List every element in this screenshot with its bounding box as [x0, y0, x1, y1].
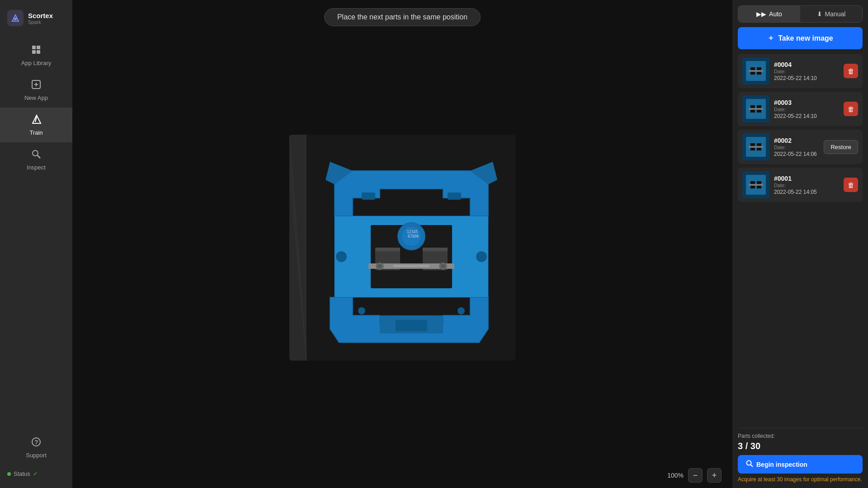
entry-info-0001: #0001 Date: 2022-05-22 14:05 [774, 175, 839, 195]
sidebar-item-inspect[interactable]: Inspect [0, 142, 72, 177]
zoom-out-button[interactable]: − [688, 468, 703, 483]
entry-date-0004: 2022-05-22 14:10 [774, 75, 839, 81]
bottom-section: Parts collected: 3 / 30 Begin inspection… [738, 428, 863, 483]
restore-label-0002: Restore [830, 144, 851, 150]
restore-button-0002[interactable]: Restore [824, 140, 858, 154]
sidebar-item-new-app-label: New App [24, 94, 48, 101]
acquire-hint: Acquire at least 30 images for optimal p… [738, 476, 863, 483]
part-image: 12345 67890 [289, 135, 515, 361]
manual-icon: ⬇ [817, 10, 822, 18]
entry-date-label-0004: Date: [774, 69, 839, 74]
delete-icon-0001: 🗑 [848, 181, 854, 189]
take-image-icon: ＋ [767, 33, 774, 43]
sidebar-nav: App Library New App Train [0, 38, 72, 177]
parts-count: 3 / 30 [738, 441, 863, 451]
entry-date-label-0001: Date: [774, 183, 839, 188]
delete-icon-0004: 🗑 [848, 67, 854, 75]
svg-rect-48 [749, 70, 763, 72]
brand-name: Scortex [28, 12, 53, 19]
sidebar-item-train-label: Train [29, 129, 42, 136]
sidebar-item-support[interactable]: ? Support [0, 430, 72, 465]
image-entry-0004: #0004 Date: 2022-05-22 14:10 🗑 [738, 54, 863, 88]
svg-text:12345: 12345 [407, 230, 418, 234]
parts-collected-label: Parts collected: [738, 433, 863, 439]
svg-marker-8 [33, 115, 41, 123]
entry-id-0001: #0001 [774, 175, 839, 182]
svg-line-65 [750, 465, 753, 467]
svg-point-30 [441, 264, 445, 268]
svg-rect-53 [749, 108, 763, 110]
svg-point-41 [458, 307, 465, 314]
svg-point-38 [336, 251, 347, 262]
sidebar-item-train[interactable]: Train [0, 108, 72, 142]
svg-point-28 [378, 264, 382, 268]
entry-info-0003: #0003 Date: 2022-05-22 14:10 [774, 99, 839, 119]
image-entry-0003: #0003 Date: 2022-05-22 14:10 🗑 [738, 92, 863, 126]
take-image-label: Take new image [778, 34, 833, 42]
svg-rect-4 [37, 50, 40, 54]
svg-text:67890: 67890 [408, 235, 419, 239]
new-app-icon [31, 79, 42, 92]
thumb-0002 [742, 133, 769, 160]
svg-rect-31 [393, 265, 429, 267]
part-canvas: 12345 67890 [289, 135, 515, 361]
begin-inspection-button[interactable]: Begin inspection [738, 455, 863, 474]
thumb-0004 [742, 57, 769, 84]
begin-label: Begin inspection [756, 461, 807, 468]
svg-point-39 [476, 251, 487, 262]
svg-rect-63 [749, 184, 763, 186]
zoom-in-button[interactable]: + [707, 468, 722, 483]
brand-sub: Spark [28, 19, 53, 25]
manual-mode-button[interactable]: ⬇ Manual [800, 6, 862, 22]
entry-id-0003: #0003 [774, 99, 839, 106]
entry-date-0002: 2022-05-22 14:06 [774, 151, 819, 157]
delete-button-0001[interactable]: 🗑 [844, 178, 858, 192]
inspect-icon [31, 149, 42, 161]
instruction-pill: Place the next parts in the same positio… [324, 8, 481, 26]
sidebar-item-app-library[interactable]: App Library [0, 38, 72, 73]
train-icon [31, 114, 42, 127]
sidebar-item-new-app[interactable]: New App [0, 73, 72, 108]
entry-date-0003: 2022-05-22 14:10 [774, 113, 839, 119]
entry-info-0004: #0004 Date: 2022-05-22 14:10 [774, 61, 839, 81]
right-panel: ▶▶ Auto ⬇ Manual ＋ Take new image #0004 … [732, 0, 868, 488]
svg-rect-1 [32, 46, 36, 49]
begin-search-icon [746, 460, 753, 469]
delete-button-0003[interactable]: 🗑 [844, 102, 858, 116]
mode-toggle: ▶▶ Auto ⬇ Manual [738, 5, 863, 23]
main-content: Place the next parts in the same positio… [72, 0, 732, 488]
brand: Scortex Spark [0, 5, 72, 31]
sidebar: Scortex Spark App Library [0, 0, 72, 488]
delete-button-0004[interactable]: 🗑 [844, 64, 858, 78]
svg-rect-58 [749, 146, 763, 148]
svg-point-40 [358, 307, 365, 314]
status-check: ✓ [33, 470, 38, 477]
entry-info-0002: #0002 Date: 2022-05-22 14:06 [774, 137, 819, 157]
svg-rect-25 [423, 248, 448, 251]
support-icon: ? [31, 436, 42, 449]
delete-icon-0003: 🗑 [848, 105, 854, 113]
image-entry-0001: #0001 Date: 2022-05-22 14:05 🗑 [738, 168, 863, 202]
sidebar-bottom: ? Support Status ✓ [0, 430, 72, 483]
auto-mode-button[interactable]: ▶▶ Auto [738, 6, 800, 22]
entry-id-0002: #0002 [774, 137, 819, 144]
status-label: Status [14, 470, 30, 477]
manual-label: Manual [825, 10, 846, 18]
thumb-0003 [742, 95, 769, 122]
status-indicator [7, 472, 11, 476]
svg-line-9 [35, 118, 36, 122]
svg-rect-3 [32, 50, 36, 54]
entry-id-0004: #0004 [774, 61, 839, 68]
take-image-button[interactable]: ＋ Take new image [738, 27, 863, 49]
svg-line-12 [38, 155, 40, 158]
entry-date-label-0003: Date: [774, 107, 839, 112]
zoom-level: 100% [664, 472, 684, 479]
svg-point-11 [33, 150, 38, 156]
zoom-bar: 100% − + [72, 463, 732, 488]
svg-rect-23 [375, 248, 400, 251]
auto-label: Auto [769, 10, 782, 18]
svg-rect-2 [37, 46, 40, 49]
auto-icon: ▶▶ [756, 10, 766, 18]
parts-current: 3 [738, 441, 743, 451]
image-entry-0002: #0002 Date: 2022-05-22 14:06 Restore [738, 130, 863, 164]
